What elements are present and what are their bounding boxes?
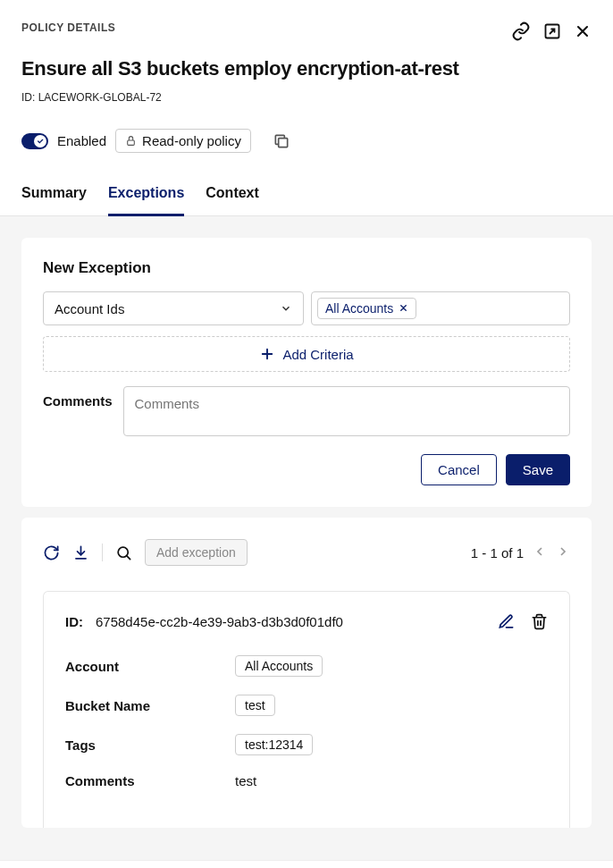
criteria-field-select[interactable]: Account Ids xyxy=(43,291,304,325)
exception-id-label: ID: xyxy=(65,614,83,629)
chip-remove-icon[interactable] xyxy=(399,301,408,316)
delete-icon[interactable] xyxy=(531,613,548,630)
comments-input[interactable] xyxy=(123,386,570,436)
enabled-toggle[interactable] xyxy=(21,133,48,149)
account-label: Account xyxy=(65,659,235,674)
edit-icon[interactable] xyxy=(498,613,515,630)
tab-context[interactable]: Context xyxy=(206,185,259,215)
copy-icon[interactable] xyxy=(273,132,290,150)
policy-id: ID: LACEWORK-GLOBAL-72 xyxy=(21,91,592,104)
exception-item: ID: 6758d45e-cc2b-4e39-9ab3-d3b3d0f01df0… xyxy=(43,591,570,828)
bucket-label: Bucket Name xyxy=(65,698,235,713)
exception-id-value: 6758d45e-cc2b-4e39-9ab3-d3b3d0f01df0 xyxy=(96,614,343,629)
open-external-icon[interactable] xyxy=(543,22,561,40)
lock-icon-label: Read-only policy xyxy=(142,133,241,148)
chevron-down-icon xyxy=(280,302,292,315)
pagination-text: 1 - 1 of 1 xyxy=(471,545,524,560)
cancel-button[interactable]: Cancel xyxy=(421,454,497,485)
link-icon[interactable] xyxy=(511,21,531,41)
account-value: All Accounts xyxy=(235,655,323,677)
comments-label: Comments xyxy=(43,386,113,409)
exceptions-list-card: Add exception 1 - 1 of 1 ID: 6758d45e-cc… xyxy=(21,518,592,828)
new-exception-card: New Exception Account Ids All Accounts A… xyxy=(21,238,592,507)
refresh-icon[interactable] xyxy=(43,544,60,561)
add-exception-button[interactable]: Add exception xyxy=(145,539,248,566)
criteria-chip: All Accounts xyxy=(317,298,416,319)
svg-rect-1 xyxy=(128,140,135,145)
search-icon[interactable] xyxy=(115,544,132,561)
new-exception-title: New Exception xyxy=(43,259,570,277)
plus-icon xyxy=(259,346,275,362)
readonly-badge: Read-only policy xyxy=(115,129,251,153)
enabled-label: Enabled xyxy=(57,133,106,148)
criteria-value-input[interactable]: All Accounts xyxy=(311,291,570,325)
prev-page-icon[interactable] xyxy=(533,544,547,561)
svg-rect-2 xyxy=(279,138,288,147)
tab-exceptions[interactable]: Exceptions xyxy=(108,185,184,216)
comments-detail-value: test xyxy=(235,773,256,788)
comments-detail-label: Comments xyxy=(65,773,235,788)
bucket-value: test xyxy=(235,695,275,716)
tab-summary[interactable]: Summary xyxy=(21,185,87,215)
download-icon[interactable] xyxy=(72,544,89,561)
tags-label: Tags xyxy=(65,737,235,753)
next-page-icon[interactable] xyxy=(556,544,570,561)
keyboard-hint: Use the ( ↑ ) up / ( ↓ ) down arrow keys… xyxy=(0,860,613,868)
breadcrumb: POLICY DETAILS xyxy=(21,21,115,34)
tags-value: test:12314 xyxy=(235,734,313,755)
save-button[interactable]: Save xyxy=(506,454,570,485)
add-criteria-button[interactable]: Add Criteria xyxy=(43,336,570,372)
page-title: Ensure all S3 buckets employ encryption-… xyxy=(21,57,592,80)
close-icon[interactable] xyxy=(574,22,592,40)
